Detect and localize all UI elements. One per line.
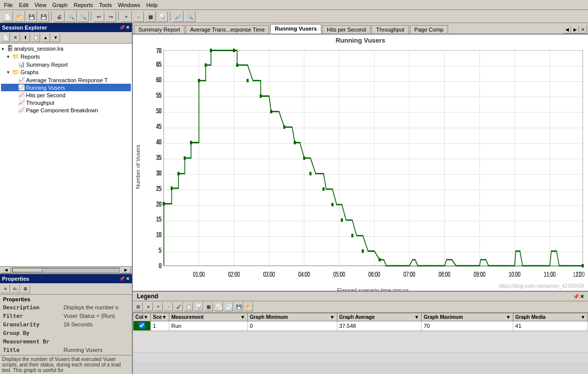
legend-btn-5[interactable]: 🖊 — [174, 302, 183, 311]
tree-summary-report[interactable]: 📊 Summary Report — [1, 61, 131, 68]
graphs-label: Graphs — [21, 69, 39, 75]
scroll-left[interactable]: ◀ — [1, 267, 11, 273]
explorer-move-down-btn[interactable]: ▼ — [51, 33, 60, 42]
svg-rect-133 — [283, 125, 285, 129]
tab-close-btn[interactable]: ✕ — [579, 26, 587, 34]
explorer-scrollbar[interactable]: ◀ ▶ — [0, 266, 132, 273]
scroll-thumb[interactable] — [13, 268, 43, 272]
legend-btn-1[interactable]: ⊞ — [134, 302, 143, 311]
col-header[interactable]: Col ▼ — [133, 313, 151, 321]
tab-hits-per-second[interactable]: Hits per Second — [322, 25, 370, 34]
add-graph-button[interactable]: + — [121, 11, 132, 22]
tree-running-vusers[interactable]: 📈 Running Vusers — [1, 84, 131, 91]
zoom-btn[interactable]: 🔎 — [172, 11, 183, 22]
tree-throughput[interactable]: 📈 Throughput — [1, 99, 131, 106]
svg-rect-120 — [163, 202, 165, 206]
menu-help[interactable]: Help — [143, 1, 161, 9]
explorer-move-up-btn[interactable]: ▲ — [41, 33, 50, 42]
sce-header[interactable]: Sce ▼ — [151, 313, 169, 321]
legend-btn-10[interactable]: 📉 — [224, 302, 233, 311]
menu-reports[interactable]: Reports — [71, 1, 96, 9]
scroll-right[interactable]: ▶ — [121, 267, 131, 273]
tab-throughput[interactable]: Throughput — [371, 25, 409, 34]
tree-hits-per-second[interactable]: 📈 Hits per Second — [1, 91, 131, 99]
props-close-icon[interactable]: ✕ — [126, 276, 130, 281]
legend-btn-7[interactable]: 📊 — [194, 302, 203, 311]
props-title-value: Running Vusers — [62, 346, 131, 354]
legend-btn-12[interactable]: 📂 — [244, 302, 253, 311]
graph-max-header[interactable]: Graph Maximum ▼ — [422, 313, 513, 321]
menu-graph[interactable]: Graph — [49, 1, 71, 9]
scroll-track[interactable] — [12, 268, 120, 273]
legend-close-icon[interactable]: ✕ — [580, 294, 584, 299]
remove-graph-button[interactable]: - — [133, 11, 144, 22]
svg-text:25: 25 — [156, 183, 161, 193]
status-text: Displays the number of Vusers that execu… — [2, 356, 121, 373]
graph-median-header-content: Graph Media ▼ — [515, 314, 585, 320]
filter-button[interactable]: 🔍 — [66, 11, 77, 22]
tab-summary-report[interactable]: Summary Report — [134, 25, 184, 34]
main-container: Session Explorer 📌 ✕ 📄 ✕ ⬆ 📋 ▲ ▼ ▸ 🗄 ana… — [0, 23, 588, 374]
svg-rect-132 — [270, 110, 272, 113]
pin-icon[interactable]: 📌 — [119, 25, 125, 30]
legend-table: Col ▼ Sce ▼ Measurement — [133, 313, 588, 331]
menu-tools[interactable]: Tools — [96, 1, 115, 9]
magnify-button[interactable]: 🔍 — [78, 11, 89, 22]
tree-root[interactable]: ▸ 🗄 analysis_session.lra — [1, 45, 131, 53]
new-button[interactable]: 📄 — [2, 11, 13, 22]
props-pin-icon[interactable]: 📌 — [119, 276, 125, 281]
menu-file[interactable]: File — [1, 1, 16, 9]
svg-text:04:00: 04:00 — [298, 270, 310, 279]
legend-btn-8[interactable]: ▦ — [204, 302, 213, 311]
props-sort-cat-btn[interactable]: ≡ — [1, 284, 10, 293]
explorer-new-btn[interactable]: 📄 — [1, 33, 10, 42]
tree-avg-trans[interactable]: 📈 Average Transaction Response T — [1, 76, 131, 84]
tree-page-component[interactable]: 📈 Page Component Breakdown — [1, 106, 131, 114]
legend-btn-4[interactable]: - — [164, 302, 173, 311]
redo-button[interactable]: ↪ — [105, 11, 116, 22]
legend-btn-3[interactable]: + — [154, 302, 163, 311]
svg-text:5: 5 — [159, 246, 161, 255]
graph-median-header[interactable]: Graph Media ▼ — [513, 313, 587, 321]
svg-text:40: 40 — [156, 137, 161, 146]
menu-windows[interactable]: Windows — [115, 1, 143, 9]
props-sort-alpha-btn[interactable]: A↓ — [11, 284, 20, 293]
tab-running-vusers[interactable]: Running Vusers — [270, 24, 321, 34]
props-filter-value: Vuser Status = {Run} — [62, 312, 131, 320]
legend-btn-2[interactable]: ≡ — [144, 302, 153, 311]
zoom-out-btn[interactable]: 🔍 — [184, 11, 195, 22]
explorer-up-btn[interactable]: ⬆ — [21, 33, 30, 42]
menu-edit[interactable]: Edit — [16, 1, 32, 9]
graph-btn-1[interactable]: ▦ — [145, 11, 156, 22]
save-button[interactable]: 💾 — [26, 11, 37, 22]
explorer-delete-btn[interactable]: ✕ — [11, 33, 20, 42]
menu-view[interactable]: View — [32, 1, 50, 9]
open-button[interactable]: 📂 — [14, 11, 25, 22]
props-grid-btn[interactable]: ⊞ — [21, 284, 30, 293]
legend-pin-icon[interactable]: 📌 — [573, 294, 579, 299]
explorer-expand-btn[interactable]: 📋 — [31, 33, 40, 42]
legend-btn-6[interactable]: 📋 — [184, 302, 193, 311]
legend-row-checkbox[interactable] — [139, 322, 145, 328]
svg-rect-141 — [362, 249, 364, 253]
svg-text:02:00: 02:00 — [228, 270, 240, 279]
svg-text:60: 60 — [156, 75, 161, 84]
tree-graphs[interactable]: ▾ 📁 Graphs — [1, 68, 131, 76]
tree-reports[interactable]: ▾ 📁 Reports — [1, 53, 131, 61]
legend-btn-9[interactable]: 📈 — [214, 302, 223, 311]
tab-page-comp[interactable]: Page Comp — [410, 25, 448, 34]
graph-min-header-content: Graph Minimum ▼ — [250, 314, 334, 320]
legend-btn-11[interactable]: 💾 — [234, 302, 243, 311]
print-button[interactable]: 🖨 — [54, 11, 65, 22]
tab-next-btn[interactable]: ▶ — [571, 26, 579, 34]
graph-min-header[interactable]: Graph Minimum ▼ — [248, 313, 337, 321]
graph-avg-header[interactable]: Graph Average ▼ — [337, 313, 422, 321]
graph-btn-2[interactable]: 📊 — [157, 11, 168, 22]
save-as-button[interactable]: 💾 — [38, 11, 49, 22]
close-icon[interactable]: ✕ — [126, 25, 130, 30]
tree-view[interactable]: ▸ 🗄 analysis_session.lra ▾ 📁 Reports 📊 S… — [0, 44, 132, 266]
measurement-header[interactable]: Measurement ▼ — [169, 313, 247, 321]
tab-avg-trans[interactable]: Average Trans...esponse Time — [185, 25, 269, 34]
undo-button[interactable]: ↩ — [93, 11, 104, 22]
tab-prev-btn[interactable]: ◀ — [563, 26, 571, 34]
